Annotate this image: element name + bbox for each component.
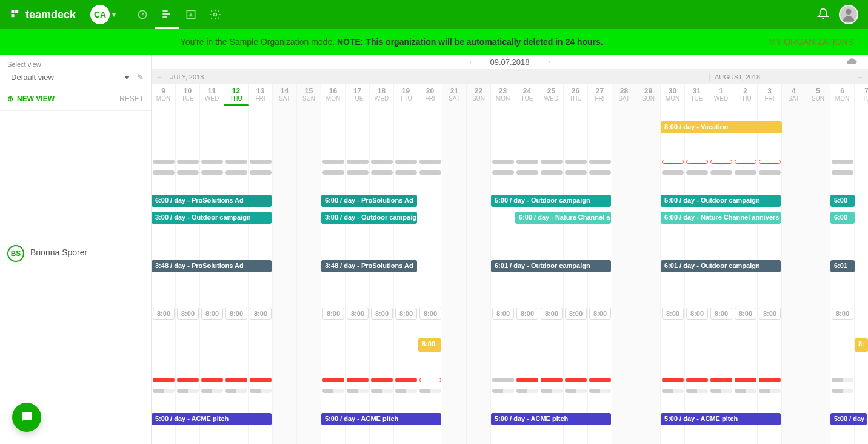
booking-pill[interactable]: 5:00 / day - ACME pitch [661,413,781,425]
vacation-pill[interactable]: 8:00 / day - Vacation [661,121,782,133]
availability-cell[interactable]: 8:00 [371,308,393,320]
new-view-button[interactable]: ⊕NEW VIEW [7,95,55,103]
prev-month-icon[interactable]: ← [152,73,168,81]
day-header[interactable]: 14SAT [273,84,297,106]
availability-cell[interactable]: 8:00 [492,308,514,320]
booking-pill[interactable]: 5:00 / day - Outdoor campaign [491,195,611,207]
vacation-pill[interactable]: 8:00 [418,338,441,352]
timesheet-pill[interactable]: 6:01 / day - Outdoor campaign [661,260,781,272]
nav-schedule-icon[interactable] [155,0,179,29]
view-dropdown[interactable]: Default view▾ [7,70,133,84]
booking-pill[interactable]: 6:00 / day - ProSolutions Ad [152,195,272,207]
booking-pill[interactable]: 5:00 / day - ACME pitch [321,413,441,425]
day-header[interactable]: 22SUN [467,84,491,106]
booking-pill[interactable]: 5:00 / day - ACME pitch [491,413,611,425]
chevron-down-icon[interactable]: ▾ [112,10,116,19]
day-header[interactable]: 31TUE [685,84,709,106]
day-header[interactable]: 10TUE [176,84,200,106]
booking-pill[interactable]: 6:00 / day - Nature Channel a [515,212,611,224]
day-header[interactable]: 9MON [152,84,176,106]
next-month-icon[interactable]: → [852,73,868,81]
availability-cell[interactable]: 8:00 [395,308,417,320]
export-icon[interactable] [846,55,858,69]
day-header[interactable]: 5SUN [806,84,830,106]
availability-cell[interactable]: 8:00 [516,308,538,320]
availability-cell[interactable]: 8:00 [541,308,563,320]
current-date[interactable]: 09.07.2018 [490,58,529,67]
day-header[interactable]: 20FRI [418,84,442,106]
nav-reports-icon[interactable] [179,0,203,29]
day-header[interactable]: 15SUN [297,84,321,106]
booking-pill[interactable]: 6:00 / day - ProSolutions Ad [321,195,417,207]
utilization-bar [371,160,393,164]
availability-cell[interactable]: 8:00 [759,308,781,320]
day-header[interactable]: 3FRI [758,84,782,106]
day-header[interactable]: 23MON [491,84,515,106]
day-header[interactable]: 2THU [733,84,758,106]
day-header[interactable]: 17TUE [346,84,370,106]
availability-cell[interactable]: 8:00 [201,308,223,320]
utilization-bar [322,389,344,393]
availability-cell[interactable]: 8:00 [225,308,247,320]
reset-button[interactable]: RESET [119,95,144,103]
day-header[interactable]: 4SAT [782,84,806,106]
availability-cell[interactable]: 8:00 [250,308,272,320]
day-header[interactable]: 30MON [661,84,685,106]
nav-dashboard-icon[interactable] [130,0,155,29]
nav-settings-icon[interactable] [203,0,227,29]
availability-cell[interactable]: 8:00 [322,308,344,320]
new-view-label: NEW VIEW [17,95,55,103]
booking-pill[interactable]: 3:00 / day - Outdoor campaig [321,212,417,224]
prev-arrow-icon[interactable]: ← [467,56,477,67]
day-header[interactable]: 18WED [370,84,394,106]
schedule-grid[interactable]: ☼ 8:00 / day - Vacation B / A T / A ⇄ 6:… [152,106,868,444]
booking-pill[interactable]: 6:00 / day - Nature Channel annivers [661,212,781,224]
booking-pill[interactable]: 5:00 / day - Outdoor campaign [661,195,781,207]
availability-cell[interactable]: 8:00 [686,308,708,320]
day-header[interactable]: 12THU [224,84,249,106]
notifications-icon[interactable] [817,8,829,22]
availability-cell[interactable]: 8:00 [710,308,732,320]
chat-widget[interactable] [12,403,41,432]
timesheet-pill[interactable]: 6:01 [830,260,855,272]
booking-pill[interactable]: 5:00 / day - A [830,413,867,425]
logo[interactable]: teamdeck [10,8,76,21]
day-header[interactable]: 11WED [200,84,224,106]
availability-cell[interactable]: 8:00 [735,308,756,320]
day-header[interactable]: 21SAT [442,84,467,106]
booking-pill[interactable]: 5:00 / day - ACME pitch [152,413,272,425]
day-header[interactable]: 28SAT [612,84,636,106]
day-header[interactable]: 6MON [830,84,855,106]
availability-cell[interactable]: 8:00 [832,308,853,320]
day-header[interactable]: 29SUN [636,84,661,106]
day-header[interactable]: 26THU [564,84,588,106]
next-arrow-icon[interactable]: → [542,56,552,67]
day-header[interactable]: 27FRI [588,84,612,106]
user-avatar[interactable] [839,5,858,24]
availability-cell[interactable]: 8:00 [565,308,587,320]
day-header[interactable]: 1WED [709,84,733,106]
availability-cell[interactable]: 8:00 [662,308,684,320]
day-header[interactable]: 16MON [321,84,346,106]
utilization-bar [201,160,223,164]
my-organizations-link[interactable]: MY ORGANIZATIONS [769,37,854,47]
day-header[interactable]: 19THU [394,84,418,106]
day-header[interactable]: 13FRI [249,84,273,106]
availability-cell[interactable]: 8:00 [153,308,175,320]
booking-pill[interactable]: 3:00 / day - Outdoor campaign [152,212,272,224]
availability-cell[interactable]: 8:00 [419,308,441,320]
booking-pill[interactable]: 5:00 [830,195,855,207]
day-header[interactable]: 24TUE [515,84,539,106]
day-header[interactable]: 25WED [539,84,564,106]
timesheet-pill[interactable]: 3:48 / day - ProSolutions Ad [321,260,417,272]
availability-cell[interactable]: 8:00 [589,308,611,320]
edit-view-icon[interactable]: ✎ [138,73,144,82]
vacation-pill[interactable]: 8: [855,338,868,352]
org-selector[interactable]: CA [90,5,110,24]
booking-pill[interactable]: 6:00 [830,212,855,224]
availability-cell[interactable]: 8:00 [347,308,369,320]
day-header[interactable]: 7TU [855,84,868,106]
availability-cell[interactable]: 8:00 [177,308,199,320]
timesheet-pill[interactable]: 3:48 / day - ProSolutions Ad [152,260,272,272]
timesheet-pill[interactable]: 6:01 / day - Outdoor campaign [491,260,611,272]
